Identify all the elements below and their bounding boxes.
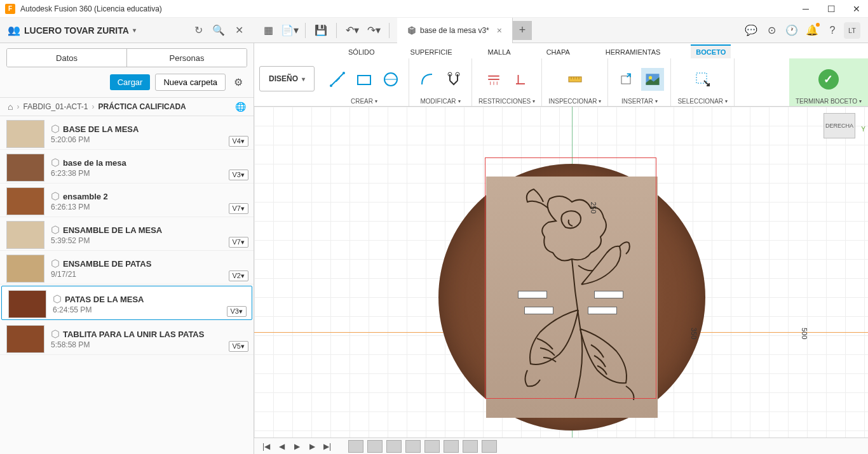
breadcrumb-current: PRÁCTICA CALIFICADA (98, 102, 186, 111)
search-button[interactable]: 🔍 (211, 23, 226, 38)
tab-tools[interactable]: HERRAMIENTAS (600, 46, 666, 58)
view-cube[interactable]: DERECHA (824, 113, 855, 138)
file-item[interactable]: ENSAMBLE DE PATAS 9/17/21 V2▾ (0, 251, 254, 284)
timeline-end-button[interactable]: ▶| (322, 441, 333, 452)
file-name: PATAS DE LA MESA (65, 295, 144, 304)
new-folder-button[interactable]: Nueva carpeta (155, 74, 226, 91)
undo-button[interactable]: ↶▾ (343, 22, 361, 39)
user-avatar[interactable]: LT (844, 22, 860, 39)
ribbon-label-modify[interactable]: MODIFICAR▾ (420, 98, 460, 105)
timeline-play-button[interactable]: ▶ (291, 441, 302, 452)
rectangle-tool-icon[interactable] (353, 68, 376, 91)
dimension-500[interactable]: 500 (801, 328, 808, 339)
ribbon-group-create: CREAR▾ (320, 58, 409, 106)
clock-icon[interactable]: 🕐 (783, 22, 801, 39)
file-item[interactable]: ensamble 2 6:26:13 PM V7▾ (0, 184, 254, 217)
version-dropdown[interactable]: V7▾ (229, 237, 248, 248)
load-button[interactable]: Cargar (110, 74, 151, 90)
timeline-start-button[interactable]: |◀ (261, 441, 272, 452)
design-mode-button[interactable]: DISEÑO ▾ (259, 66, 315, 91)
gear-icon[interactable]: ⚙ (231, 75, 246, 90)
window-maximize-button[interactable]: ☐ (825, 3, 837, 15)
trim-tool-icon[interactable] (442, 68, 465, 91)
version-dropdown[interactable]: V4▾ (229, 136, 248, 147)
fillet-tool-icon[interactable] (416, 68, 438, 91)
dimension-350[interactable]: 350 (690, 328, 698, 339)
timeline-feature[interactable] (367, 440, 383, 453)
ribbon-label-constraints[interactable]: RESTRICCIONES▾ (478, 98, 535, 105)
measure-tool-icon[interactable] (564, 68, 587, 91)
version-dropdown[interactable]: V5▾ (229, 341, 248, 352)
user-menu[interactable]: 👥 LUCERO TOVAR ZURITA ▾ (8, 24, 136, 36)
file-list: BASE DE LA MESA 5:20:06 PM V4▾ base de l… (0, 116, 254, 454)
ribbon-label-create[interactable]: CREAR▾ (351, 98, 377, 105)
home-icon[interactable]: ⌂ (8, 102, 13, 112)
help-icon[interactable]: ? (824, 22, 841, 39)
window-minimize-button[interactable]: ─ (799, 3, 812, 15)
ribbon-label-inspect[interactable]: INSPECCIONAR▾ (548, 98, 601, 105)
timeline-feature[interactable] (348, 440, 363, 453)
save-button[interactable]: 💾 (312, 22, 330, 39)
select-tool-icon[interactable] (691, 68, 714, 91)
ribbon-label-select[interactable]: SELECCIONAR▾ (677, 98, 728, 105)
file-timestamp: 5:39:52 PM (51, 236, 247, 245)
refresh-button[interactable]: ↻ (191, 23, 206, 38)
notifications-icon[interactable]: 🔔 (803, 22, 821, 39)
breadcrumb-project[interactable]: FABDIG_01-ACT-1 (23, 102, 88, 111)
timeline-feature[interactable] (424, 440, 440, 453)
file-thumbnail (6, 120, 44, 148)
tab-mesh[interactable]: MALLA (483, 46, 516, 58)
globe-icon[interactable]: 🌐 (235, 102, 246, 112)
close-tab-button[interactable]: × (497, 25, 502, 36)
document-tab[interactable]: base de la mesa v3* × (397, 18, 513, 43)
circle-tool-icon[interactable] (379, 68, 402, 91)
file-thumbnail (6, 187, 44, 215)
version-dropdown[interactable]: V3▾ (229, 170, 248, 180)
grid-apps-icon[interactable]: ▦ (259, 22, 277, 39)
timeline-feature[interactable] (482, 440, 497, 453)
file-item[interactable]: PATAS DE LA MESA 6:24:55 PM V3▾ (1, 286, 252, 320)
insert-image-icon[interactable] (641, 68, 664, 91)
ribbon-group-finish[interactable]: ✓ TERMINAR BOCETO▾ (789, 58, 868, 106)
file-thumbnail (6, 221, 44, 249)
tab-data[interactable]: Datos (7, 49, 126, 67)
tab-solid[interactable]: SÓLIDO (343, 46, 380, 58)
version-dropdown[interactable]: V2▾ (229, 270, 248, 281)
redo-button[interactable]: ↷▾ (365, 22, 383, 39)
tab-sheet[interactable]: CHAPA (541, 46, 575, 58)
horizontal-constraint-icon[interactable] (482, 68, 505, 91)
user-name: LUCERO TOVAR ZURITA (24, 25, 129, 36)
tab-sketch[interactable]: BOCETO (691, 44, 731, 58)
design-canvas[interactable]: 250 350 500 DERECHA Z Y (254, 107, 868, 437)
ribbon-label-insert[interactable]: INSERTAR▾ (621, 98, 658, 105)
perpendicular-constraint-icon[interactable] (509, 68, 532, 91)
dimension-250[interactable]: 250 (590, 202, 597, 213)
tab-surface[interactable]: SUPERFICIE (405, 46, 458, 58)
file-item[interactable]: BASE DE LA MESA 5:20:06 PM V4▾ (0, 116, 254, 150)
version-dropdown[interactable]: V3▾ (227, 306, 247, 317)
timeline-prev-button[interactable]: ◀ (276, 441, 287, 452)
window-close-button[interactable]: ✕ (850, 3, 863, 15)
insert-derive-icon[interactable] (614, 68, 637, 91)
extensions-icon[interactable]: 💬 (742, 22, 760, 39)
selection-rectangle[interactable] (485, 157, 656, 399)
axis-y-label: Y (861, 126, 865, 133)
timeline-feature[interactable] (444, 440, 459, 453)
timeline-feature[interactable] (386, 440, 402, 453)
line-tool-icon[interactable] (326, 68, 349, 91)
svg-rect-16 (621, 76, 630, 84)
tab-people[interactable]: Personas (126, 49, 247, 67)
version-dropdown[interactable]: V7▾ (229, 203, 248, 214)
file-item[interactable]: ENSAMBLE DE LA MESA 5:39:52 PM V7▾ (0, 217, 254, 251)
ribbon-group-constraints: RESTRICCIONES▾ (472, 58, 542, 106)
file-item[interactable]: TABLITA PARA LA UNIR LAS PATAS 5:58:58 P… (0, 321, 254, 355)
new-tab-button[interactable]: + (513, 21, 532, 40)
close-panel-button[interactable]: ✕ (231, 23, 247, 38)
timeline-next-button[interactable]: ▶ (306, 441, 318, 452)
job-status-icon[interactable]: ⊙ (763, 22, 780, 39)
timeline-feature[interactable] (463, 440, 478, 453)
file-menu[interactable]: 📄▾ (281, 22, 299, 39)
timeline-feature[interactable] (405, 440, 421, 453)
file-item[interactable]: base de la mesa 6:23:38 PM V3▾ (0, 150, 254, 184)
cube-icon (407, 26, 416, 35)
